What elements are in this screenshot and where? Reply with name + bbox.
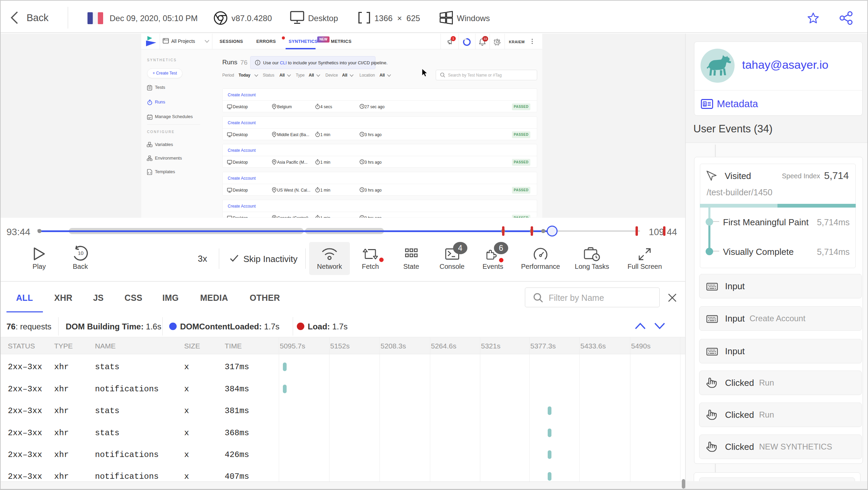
svg-text:10: 10: [78, 250, 84, 256]
